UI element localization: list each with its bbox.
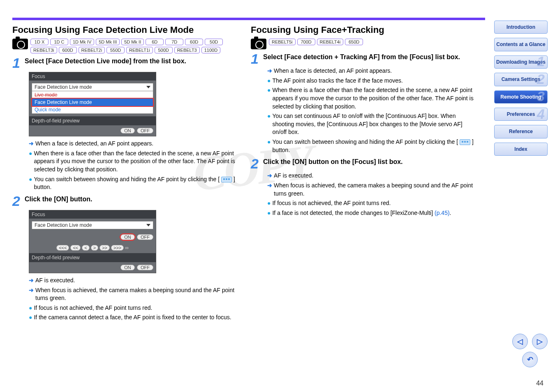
left-step1-title: Select [Face Detection Live mode] from t…: [25, 58, 186, 65]
bullet-text: You can switch between showing and hidin…: [34, 175, 238, 191]
model-badge: REBELT2i: [79, 47, 105, 53]
right-step1-title: Select [Face detection + Tracking AF] fr…: [263, 53, 460, 61]
model-badge: 500D: [155, 47, 173, 53]
model-badge: 50D: [205, 39, 223, 45]
af-toggle-icon: [460, 139, 470, 145]
bullet-text: When a face is detected, an AF point app…: [35, 140, 153, 148]
select-value: Face Detection Live mode: [35, 222, 92, 228]
model-badge: 650D: [345, 39, 363, 45]
nav-fwd-3[interactable]: >>>: [111, 245, 124, 251]
model-badge: 1D X: [30, 39, 49, 45]
bullet-icon: ●: [267, 112, 271, 136]
step-number-2: 2: [251, 158, 261, 169]
select-value: Face Detection Live mode: [35, 84, 92, 90]
nav-rewind-3[interactable]: <<<: [56, 245, 69, 251]
dropdown-option-live[interactable]: Live mode: [32, 91, 153, 99]
bullet-text: The AF point also tracks the face if the…: [272, 77, 403, 85]
left-step2-title: Click the [ON] button.: [25, 196, 92, 203]
bullet-text: You can switch between showing and hidin…: [272, 138, 477, 154]
model-badge: 60D: [185, 39, 203, 45]
model-badge: 1D C: [50, 39, 68, 45]
model-badge: 1D Mk IV: [70, 39, 94, 45]
dof-off-button[interactable]: OFF: [137, 265, 153, 270]
bullet-text: You can set continuous AF to on/off with…: [272, 112, 477, 136]
focus-on-button[interactable]: ON: [120, 234, 135, 240]
nav-fwd-1[interactable]: >: [91, 245, 98, 251]
dof-label: Depth-of-field preview: [29, 253, 156, 262]
camera-icon: [12, 39, 28, 49]
top-accent-bar: [12, 18, 485, 20]
prev-page-button[interactable]: ◁: [512, 334, 528, 349]
bullet-text: When a face is detected, an AF point app…: [274, 67, 392, 75]
bullet-text: When focus is achieved, the camera makes…: [274, 182, 477, 198]
dof-on-button[interactable]: ON: [120, 265, 135, 270]
model-badge: 550D: [106, 47, 125, 53]
nav-remote-shooting[interactable]: Remote Shooting3: [494, 90, 548, 104]
dof-off-button[interactable]: OFF: [137, 128, 153, 134]
arrow-icon: ➜: [29, 277, 34, 285]
main-content: Focusing Using Face Detection Live Mode …: [12, 25, 477, 323]
step-number-1: 1: [251, 53, 261, 65]
bullet-text: When there is a face other than the face…: [34, 150, 238, 174]
arrow-icon: ➜: [267, 172, 272, 180]
bullet-text: If focus is not achieved, the AF point t…: [34, 304, 152, 312]
bullet-text: If focus is not achieved, the AF point t…: [272, 199, 391, 208]
focus-mode-dropdown: Live mode Face Detection Live mode Quick…: [32, 91, 153, 114]
back-button[interactable]: ↶: [522, 352, 538, 367]
model-badge: REBELT4i: [317, 39, 344, 45]
nav-preferences[interactable]: Preferences4: [494, 108, 548, 121]
dropdown-option-quick[interactable]: Quick mode: [32, 106, 153, 113]
bullet-icon: ●: [29, 150, 32, 174]
page-link-45[interactable]: (p.45): [435, 210, 450, 216]
nav-rewind-1[interactable]: <: [82, 245, 89, 251]
nav-contents[interactable]: Contents at a Glance: [494, 38, 548, 51]
infinity-icon: ∞: [125, 245, 129, 251]
left-heading: Focusing Using Face Detection Live Mode: [12, 25, 238, 35]
model-badge: 5D Mk II: [121, 39, 144, 45]
chevron-down-icon: [146, 224, 150, 226]
nav-fwd-2[interactable]: >>: [99, 245, 110, 251]
panel-title: Focus: [29, 210, 156, 219]
focus-off-button[interactable]: OFF: [137, 234, 153, 240]
left-model-badges: 1D X 1D C 1D Mk IV 5D Mk III 5D Mk II 6D…: [30, 39, 238, 53]
dof-label: Depth-of-field preview: [29, 116, 156, 125]
bullet-text: If the camera cannot detect a face, the …: [34, 314, 231, 322]
af-toggle-icon: [221, 177, 232, 182]
bullet-icon: ●: [29, 304, 32, 312]
bullet-icon: ●: [267, 86, 271, 111]
model-badge: 5D Mk III: [96, 39, 120, 45]
right-step2-title: Click the [ON] button on the [Focus] lis…: [263, 158, 403, 166]
nav-camera-settings[interactable]: Camera Settings2: [494, 73, 548, 86]
nav-introduction[interactable]: Introduction: [494, 21, 548, 34]
right-column: Focusing Using Face+Tracking REBELT5i 70…: [251, 25, 477, 323]
next-page-button[interactable]: ▷: [532, 334, 548, 349]
model-badge: 700D: [297, 39, 315, 45]
nav-reference[interactable]: Reference: [494, 125, 548, 138]
camera-icon: [251, 39, 266, 49]
model-badge: REBELT3i: [30, 47, 57, 53]
arrow-icon: ➜: [267, 182, 272, 198]
chapter-sidebar: Introduction Contents at a Glance Downlo…: [494, 21, 548, 156]
nav-downloading[interactable]: Downloading Images1: [494, 55, 548, 69]
bullet-icon: ●: [267, 77, 271, 85]
model-badge: REBELT5i: [269, 39, 296, 45]
step-number-1: 1: [12, 58, 23, 69]
dropdown-option-face[interactable]: Face Detection Live mode: [32, 99, 153, 106]
panel-title: Focus: [29, 72, 156, 81]
nav-rewind-2[interactable]: <<: [70, 245, 81, 251]
arrow-icon: ➜: [29, 286, 34, 302]
focus-mode-select[interactable]: Face Detection Live mode: [32, 221, 153, 229]
page-navigation: ◁ ▷ ↶: [512, 334, 548, 367]
nav-index[interactable]: Index: [494, 143, 548, 156]
bullet-text: AF is executed.: [35, 277, 75, 285]
dof-on-button[interactable]: ON: [120, 128, 135, 134]
model-badge: 6D: [146, 39, 164, 45]
focus-mode-select[interactable]: Face Detection Live mode: [32, 83, 153, 91]
bullet-text: If a face is not detected, the mode chan…: [272, 209, 451, 217]
model-badge: REBELT1i: [126, 47, 153, 53]
focus-panel-2: Focus Face Detection Live mode ON OFF <<…: [29, 210, 156, 273]
model-badge: 600D: [59, 47, 77, 53]
bullet-text: AF is executed.: [274, 172, 314, 180]
bullet-text: When there is a face other than the face…: [272, 86, 477, 111]
right-heading: Focusing Using Face+Tracking: [251, 25, 477, 35]
